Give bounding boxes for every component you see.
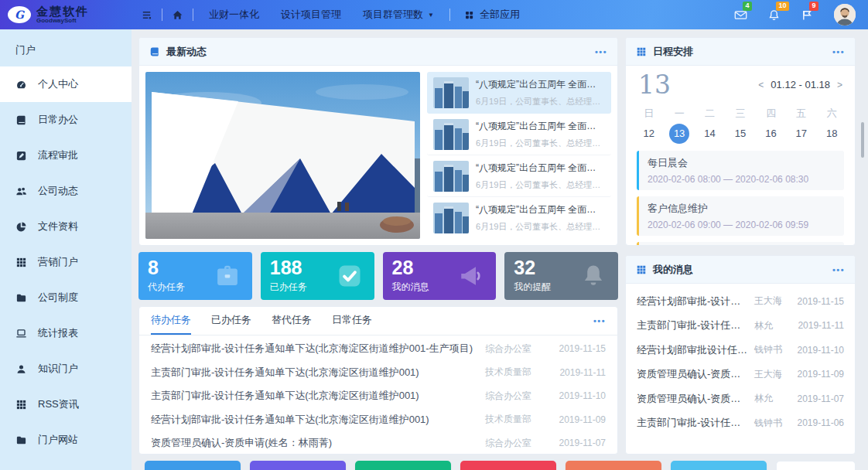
message-date: 2019-11-10 <box>793 345 844 356</box>
task-row[interactable]: 经营计划部审批-设计任务通知单下达(北京海淀区街道维护001) 技术质量部 20… <box>151 408 606 432</box>
task-title: 经营计划部审批-设计任务通知单下达(北京海淀区街道维护001-生产项目) <box>151 342 485 356</box>
user-avatar[interactable] <box>834 4 856 26</box>
message-row[interactable]: 经营计划部审批-设计任务通知单... 王大海 2019-11-15 <box>637 289 844 314</box>
message-row[interactable]: 主责部门审批-设计任务通知单下... 钱钟书 2019-11-06 <box>637 411 844 436</box>
stat-card[interactable]: 32 我的提醒 <box>504 252 618 300</box>
sidebar-section-label: 门户 <box>0 29 132 66</box>
news-item-subtitle: 6月19日，公司董事长、总经理吴德荣陪同... <box>476 179 605 191</box>
sidebar-item-label: RSS资讯 <box>38 397 79 411</box>
stat-card[interactable]: 8 代办任务 <box>138 252 252 300</box>
calendar-date[interactable]: 12 <box>634 124 664 144</box>
news-list-item[interactable]: “八项规定”出台五周年 全面从严治党... 6月19日，公司董事长、总经理吴德荣… <box>427 114 611 155</box>
task-row[interactable]: 资质管理员确认-资质申请(姓名：林雨菁) 综合办公室 2019-11-07 <box>151 431 606 455</box>
event-list: 每日晨会 2020-02-06 08:00 — 2020-02-06 08:30… <box>626 151 855 245</box>
message-row[interactable]: 经营计划部审批设计任务通知 钱钟书 2019-11-10 <box>637 338 844 363</box>
nav-menu-item[interactable]: 项目群管理数 ▼ <box>363 8 434 22</box>
sidebar-item-label: 知识门户 <box>38 362 78 376</box>
calendar-date[interactable]: 17 <box>786 124 816 144</box>
sidebar-item[interactable]: 营销门户 <box>0 244 132 280</box>
quick-link-button[interactable] <box>776 461 856 470</box>
sidebar-item[interactable]: 文件资料 <box>0 209 132 244</box>
message-title: 主责部门审批-设计任务通知单下... <box>637 416 754 430</box>
tasks-more-button[interactable]: ••• <box>593 316 606 325</box>
sidebar-item-label: 公司制度 <box>38 291 78 305</box>
sidebar-item[interactable]: 知识门户 <box>0 351 132 387</box>
news-list-item[interactable]: “八项规定”出台五周年 全面从严治党... 6月19日，公司董事长、总经理吴德荣… <box>427 155 611 197</box>
weekday-label: 日 <box>634 104 664 124</box>
calendar-date[interactable]: 16 <box>756 124 786 144</box>
task-row[interactable]: 经营计划部审批-设计任务通知单下达(北京海淀区街道维护001-生产项目) 综合办… <box>151 337 606 361</box>
task-department: 技术质量部 <box>485 413 552 426</box>
stat-card[interactable]: 188 已办任务 <box>261 252 374 300</box>
sidebar-item-label: 流程审批 <box>38 148 78 162</box>
sidebar-item[interactable]: 公司制度 <box>0 280 132 315</box>
stat-card[interactable]: 28 我的消息 <box>383 252 497 300</box>
nav-divider <box>193 9 193 21</box>
message-row[interactable]: 资质管理员确认-资质申请 王大海 2019-11-09 <box>637 363 844 387</box>
bell-solid-icon <box>579 262 607 290</box>
task-tabs: 待办任务 已办任务 替代任务 日常任务 ••• <box>139 307 617 335</box>
schedule-icon <box>636 46 647 57</box>
quick-link-button[interactable] <box>145 461 241 470</box>
sidebar-item[interactable]: RSS资讯 <box>0 387 132 422</box>
message-row[interactable]: 资质管理员确认-资质申请 林允 2019-11-07 <box>637 387 844 411</box>
task-tab[interactable]: 已办任务 <box>211 307 251 335</box>
task-title: 主责部门审批-设计任务通知单下达(北京海淀区街道维护001) <box>151 389 485 403</box>
nav-menu-item[interactable]: 业财一体化 ▼ <box>209 8 259 22</box>
calendar-date[interactable]: 18 <box>817 124 847 144</box>
megaphone-icon <box>457 262 485 290</box>
calendar-date[interactable]: 15 <box>725 124 755 144</box>
quick-link-button[interactable] <box>355 461 451 470</box>
sidebar-item[interactable]: 门户网站 <box>0 422 132 458</box>
news-thumbnail <box>433 161 469 192</box>
home-button[interactable] <box>162 9 193 21</box>
message-row[interactable]: 主责部门审批-设计任务通知单下... 林允 2019-11-11 <box>637 314 844 339</box>
calendar-date[interactable]: 13 <box>664 124 694 144</box>
quick-link-button[interactable] <box>566 461 661 470</box>
prev-week-button[interactable]: < <box>758 80 764 90</box>
news-carousel-image[interactable] <box>145 72 420 239</box>
sidebar-item[interactable]: 公司动态 <box>0 173 132 209</box>
task-department: 综合办公室 <box>485 437 552 450</box>
news-list-item[interactable]: “八项规定”出台五周年 全面从严治党... 6月19日，公司董事长、总经理吴德荣… <box>427 72 611 114</box>
message-date: 2019-11-09 <box>793 369 844 380</box>
sidebar-item[interactable]: 统计报表 <box>0 315 132 351</box>
mail-badge: 4 <box>743 2 752 11</box>
logo-subtitle: GoodwaySoft <box>36 17 89 24</box>
calendar-date[interactable]: 14 <box>695 124 725 144</box>
nav-menu-item[interactable]: 设计项目管理 ▼ <box>281 8 341 22</box>
schedule-more-button[interactable]: ••• <box>832 47 845 56</box>
schedule-event[interactable]: 销售经验分享会 2020-02-06 10:30 — 2020-02-06 11… <box>637 242 844 245</box>
messages-more-button[interactable]: ••• <box>832 265 845 274</box>
task-tab[interactable]: 待办任务 <box>151 307 191 335</box>
app-logo[interactable]: G 金慧软件 GoodwaySoft <box>8 5 132 25</box>
sidebar-item[interactable]: 个人中心 <box>0 66 132 102</box>
task-date: 2019-11-11 <box>552 367 606 378</box>
chevron-down-icon: ▼ <box>428 12 434 19</box>
weekday-label: 二 <box>695 104 725 124</box>
sidebar-item[interactable]: 日常办公 <box>0 102 132 138</box>
schedule-event[interactable]: 客户信息维护 2020-02-06 09:00 — 2020-02-06 09:… <box>637 196 844 236</box>
news-item-title: “八项规定”出台五周年 全面从严治党... <box>476 78 605 91</box>
messages-button[interactable]: 4 <box>734 9 747 21</box>
quick-link-button[interactable] <box>460 461 556 470</box>
collapse-menu-icon[interactable] <box>132 9 162 21</box>
notifications-button[interactable]: 10 <box>767 9 781 21</box>
task-tab[interactable]: 替代任务 <box>272 307 312 335</box>
sidebar-item[interactable]: 流程审批 <box>0 138 132 173</box>
schedule-event[interactable]: 每日晨会 2020-02-06 08:00 — 2020-02-06 08:30 <box>637 151 844 190</box>
quick-link-button[interactable] <box>250 461 346 470</box>
news-list-item[interactable]: “八项规定”出台五周年 全面从严治党... 6月19日，公司董事长、总经理吴德荣… <box>427 197 611 239</box>
reminders-button[interactable]: 9 <box>801 9 814 21</box>
all-apps-button[interactable]: 全部应用 <box>464 8 520 22</box>
task-row[interactable]: 主责部门审批-设计任务通知单下达(北京海淀区街道维护001) 综合办公室 201… <box>151 384 606 408</box>
date-row: 12 13 14 15 <box>626 124 855 144</box>
event-name: 每日晨会 <box>648 156 836 170</box>
next-week-button[interactable]: > <box>837 80 842 90</box>
task-tab[interactable]: 日常任务 <box>332 307 372 335</box>
top-navbar: G 金慧软件 GoodwaySoft 业财一体化 ▼ 设计项目管理 ▼ 项目群管… <box>0 0 868 29</box>
stats-row: 8 代办任务 188 已办任务 28 我的消息 <box>138 252 618 300</box>
news-more-button[interactable]: ••• <box>595 47 607 56</box>
quick-link-button[interactable] <box>671 461 767 470</box>
task-row[interactable]: 主责部门审批-设计任务通知单下达(北京海淀区街道维护001) 技术质量部 201… <box>151 361 606 385</box>
